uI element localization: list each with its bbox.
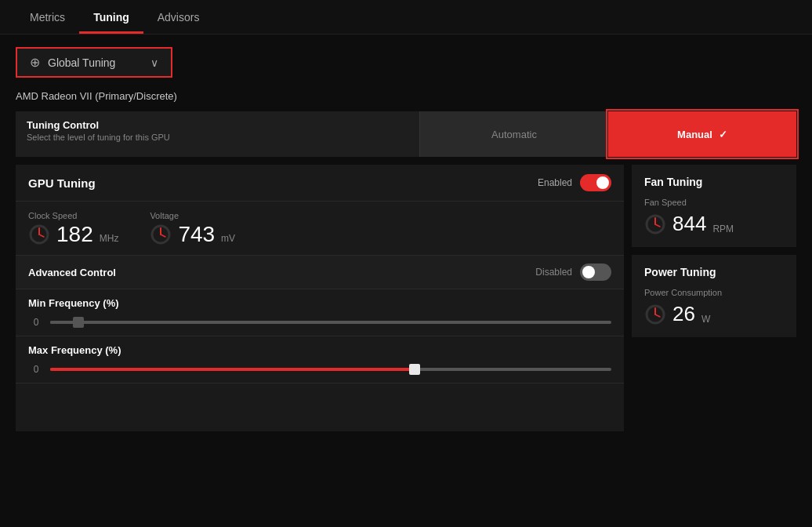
- clock-speed-value: 182: [56, 224, 93, 245]
- gpu-tuning-title: GPU Tuning: [28, 176, 96, 190]
- toggle-thumb: [596, 176, 609, 189]
- gpu-enabled-toggle[interactable]: [580, 174, 611, 191]
- max-frequency-title: Max Frequency (%): [28, 344, 611, 356]
- globe-icon: ⊕: [30, 55, 40, 70]
- tuning-control-subtitle: Select the level of tuning for this GPU: [27, 133, 408, 142]
- max-frequency-section: Max Frequency (%) 0: [16, 336, 624, 383]
- voltage-unit: mV: [221, 233, 235, 244]
- global-tuning-label: Global Tuning: [48, 56, 143, 69]
- check-icon: ✓: [719, 129, 727, 140]
- fan-tuning-card: Fan Tuning Fan Speed 844 RPM: [632, 165, 796, 247]
- min-frequency-slider[interactable]: [50, 315, 611, 329]
- max-slider-fill: [50, 368, 415, 371]
- automatic-button[interactable]: Automatic: [420, 111, 608, 157]
- voltage-value: 743: [178, 224, 215, 245]
- power-tuning-title: Power Tuning: [644, 266, 784, 278]
- gpu-device-label: AMD Radeon VII (Primary/Discrete): [16, 90, 796, 102]
- clock-speed-metric: Clock Speed 182 MHz: [28, 211, 118, 245]
- advanced-control-label: Advanced Control: [28, 267, 116, 278]
- fan-speed-dial-icon: [644, 213, 666, 235]
- max-freq-value: 0: [28, 364, 44, 375]
- clock-speed-label: Clock Speed: [28, 211, 118, 220]
- voltage-value-row: 743 mV: [150, 224, 235, 245]
- tuning-control-info: Tuning Control Select the level of tunin…: [16, 111, 420, 157]
- global-tuning-dropdown[interactable]: ⊕ Global Tuning ∨: [16, 47, 172, 78]
- fan-speed-label: Fan Speed: [644, 198, 784, 207]
- tab-advisors[interactable]: Advisors: [143, 2, 214, 33]
- disabled-toggle-row: Disabled: [535, 264, 611, 281]
- power-tuning-card: Power Tuning Power Consumption 26 W: [632, 255, 796, 337]
- right-panel: Fan Tuning Fan Speed 844 RPM Power Tunin…: [632, 165, 796, 431]
- power-consumption-label: Power Consumption: [644, 288, 784, 297]
- enabled-label: Enabled: [538, 177, 572, 188]
- manual-label: Manual: [677, 129, 712, 140]
- power-dial-icon: [644, 303, 666, 325]
- chevron-down-icon: ∨: [150, 56, 158, 69]
- min-slider-track: [50, 321, 611, 324]
- advanced-disabled-label: Disabled: [535, 267, 572, 278]
- gpu-panel-header: GPU Tuning Enabled: [16, 165, 624, 202]
- min-frequency-section: Min Frequency (%) 0: [16, 289, 624, 336]
- power-consumption-value: 26: [672, 302, 695, 326]
- tab-tuning[interactable]: Tuning: [79, 2, 143, 33]
- gpu-tuning-panel: GPU Tuning Enabled Clock Speed: [16, 165, 624, 431]
- min-freq-value: 0: [28, 317, 44, 328]
- top-navigation: Metrics Tuning Advisors: [0, 0, 812, 35]
- max-slider-thumb[interactable]: [409, 364, 420, 375]
- fan-speed-unit: RPM: [712, 224, 734, 234]
- manual-button[interactable]: Manual ✓: [608, 111, 796, 157]
- power-consumption-unit: W: [701, 314, 710, 325]
- main-content: ⊕ Global Tuning ∨ AMD Radeon VII (Primar…: [0, 35, 812, 527]
- clock-speed-value-row: 182 MHz: [28, 224, 118, 245]
- enabled-row: Enabled: [538, 174, 611, 191]
- clock-speed-dial-icon: [28, 224, 50, 245]
- max-frequency-slider-row: 0: [28, 362, 611, 376]
- fan-tuning-title: Fan Tuning: [644, 176, 784, 188]
- max-slider-track: [50, 368, 611, 371]
- voltage-metric: Voltage 743 mV: [150, 211, 235, 245]
- min-slider-thumb[interactable]: [73, 317, 84, 328]
- tuning-control-title: Tuning Control: [27, 119, 408, 131]
- tab-metrics[interactable]: Metrics: [16, 2, 79, 33]
- advanced-control-row: Advanced Control Disabled: [16, 256, 624, 289]
- clock-voltage-row: Clock Speed 182 MHz Voltage: [16, 202, 624, 256]
- advanced-toggle-thumb: [582, 266, 595, 278]
- tuning-control-row: Tuning Control Select the level of tunin…: [16, 111, 796, 157]
- min-frequency-title: Min Frequency (%): [28, 297, 611, 309]
- voltage-dial-icon: [150, 224, 172, 245]
- max-frequency-slider[interactable]: [50, 362, 611, 376]
- clock-speed-unit: MHz: [100, 233, 119, 244]
- min-frequency-slider-row: 0: [28, 315, 611, 329]
- advanced-control-toggle[interactable]: [580, 264, 611, 281]
- voltage-label: Voltage: [150, 211, 235, 220]
- power-consumption-row: 26 W: [644, 302, 784, 326]
- bottom-layout: GPU Tuning Enabled Clock Speed: [16, 165, 796, 431]
- fan-speed-value: 844: [672, 212, 706, 236]
- fan-speed-row: 844 RPM: [644, 212, 784, 236]
